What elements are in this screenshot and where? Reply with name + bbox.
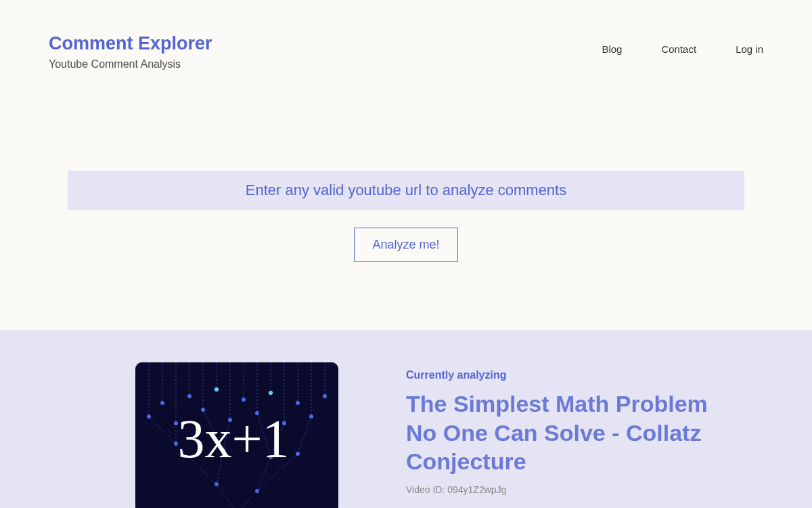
svg-point-29 [160, 401, 164, 405]
svg-point-40 [309, 415, 313, 419]
logo-title: Comment Explorer [49, 33, 212, 54]
svg-text:3x+1: 3x+1 [177, 409, 289, 469]
header: Comment Explorer Youtube Comment Analysi… [0, 0, 812, 70]
logo-section: Comment Explorer Youtube Comment Analysi… [49, 33, 212, 70]
url-input[interactable] [68, 171, 744, 210]
analyze-button[interactable]: Analyze me! [354, 228, 457, 262]
nav-login[interactable]: Log in [736, 43, 763, 55]
svg-point-41 [323, 394, 327, 398]
svg-point-49 [269, 391, 273, 395]
svg-point-28 [147, 415, 151, 419]
svg-point-35 [242, 398, 246, 402]
thumbnail-image: 3x+1 [135, 362, 338, 508]
svg-point-46 [215, 482, 219, 486]
analyzing-info: Currently analyzing The Simplest Math Pr… [406, 362, 812, 508]
nav-contact[interactable]: Contact [661, 43, 696, 55]
analyzing-label: Currently analyzing [406, 369, 744, 381]
svg-point-48 [215, 387, 219, 391]
search-section: Analyze me! [0, 171, 812, 262]
analyzing-title: The Simplest Math Problem No One Can Sol… [406, 389, 744, 476]
video-thumbnail: 3x+1 [135, 362, 338, 508]
svg-point-39 [296, 401, 300, 405]
video-id-label: Video ID: 094y1Z2wpJg [406, 484, 744, 495]
svg-point-45 [296, 452, 300, 456]
svg-point-31 [187, 394, 191, 398]
nav-blog[interactable]: Blog [602, 43, 622, 55]
main-nav: Blog Contact Log in [602, 33, 763, 55]
logo-subtitle: Youtube Comment Analysis [49, 58, 212, 70]
svg-point-47 [255, 489, 259, 493]
analyzing-section: 3x+1 Currently analyzing The Simplest Ma… [0, 330, 812, 508]
